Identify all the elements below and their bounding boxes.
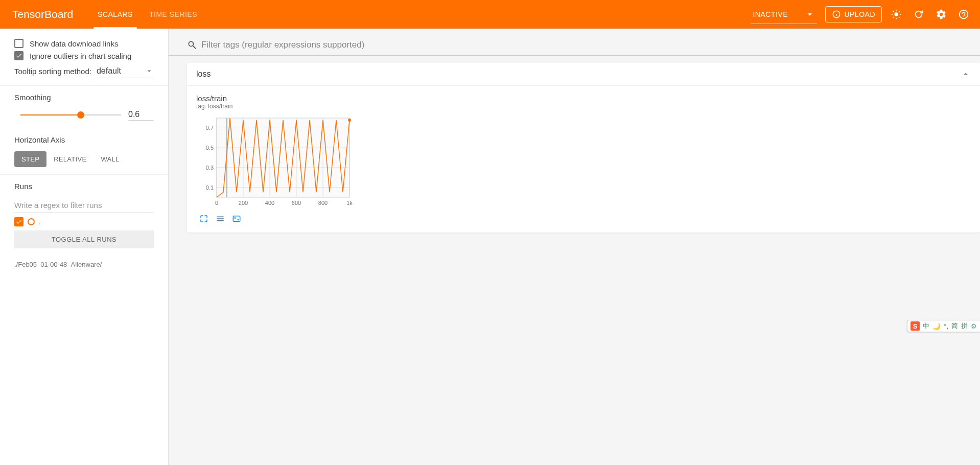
chart-title: loss/train — [196, 94, 365, 103]
svg-text:800: 800 — [318, 200, 328, 206]
ime-item: 拼 — [961, 321, 968, 331]
svg-point-33 — [238, 219, 239, 220]
expand-button[interactable] — [199, 214, 208, 223]
tooltip-sort-select[interactable]: default — [97, 64, 154, 78]
svg-text:600: 600 — [292, 200, 301, 206]
run-row[interactable]: . — [14, 213, 154, 228]
axis-option-relative[interactable]: RELATIVE — [46, 151, 94, 167]
brand: TensorBoard — [12, 8, 73, 20]
category-header[interactable]: loss — [187, 63, 980, 86]
ime-badge[interactable]: S 中 🌙 °, 简 拼 ⚙ — [907, 320, 980, 332]
tooltip-sort-label: Tooltip sorting method: — [14, 67, 91, 76]
toggle-log-button[interactable] — [216, 214, 225, 223]
search-icon — [187, 40, 197, 50]
runs-filter-input[interactable] — [14, 198, 154, 213]
fullscreen-icon — [199, 214, 208, 223]
svg-text:0: 0 — [215, 200, 218, 206]
smoothing-label: Smoothing — [14, 93, 154, 102]
app-header: TensorBoard SCALARS TIME SERIES INACTIVE… — [0, 0, 980, 29]
show-download-label: Show data download links — [30, 39, 118, 48]
help-icon — [958, 9, 969, 20]
inactive-plugins-dropdown[interactable]: INACTIVE — [751, 5, 817, 24]
run-checkbox-icon — [14, 217, 24, 226]
svg-rect-4 — [217, 118, 349, 197]
svg-text:0.1: 0.1 — [206, 184, 214, 191]
smoothing-input[interactable] — [128, 109, 154, 121]
ime-logo-icon: S — [911, 321, 920, 331]
category-title: loss — [196, 69, 211, 79]
chart-card-loss-train: loss/train tag: loss/train 0.10.30.50.70… — [196, 94, 365, 223]
gear-icon — [936, 9, 947, 20]
svg-rect-29 — [217, 218, 224, 219]
svg-text:0.7: 0.7 — [206, 125, 214, 131]
fit-domain-button[interactable] — [232, 214, 241, 223]
chevron-down-icon — [145, 66, 154, 76]
run-path: ./Feb05_01-00-48_Alienware/ — [0, 255, 168, 268]
sidebar: Show data download links Ignore outliers… — [0, 29, 169, 465]
chart-subtitle: tag: loss/train — [196, 103, 365, 110]
svg-rect-31 — [233, 216, 240, 222]
dark-mode-button[interactable] — [886, 4, 906, 25]
ignore-outliers-label: Ignore outliers in chart scaling — [30, 52, 131, 60]
settings-button[interactable] — [931, 4, 951, 25]
header-tabs: SCALARS TIME SERIES — [89, 0, 205, 29]
tooltip-sort-value: default — [97, 66, 121, 76]
checkbox-icon — [14, 39, 24, 48]
run-name: . — [39, 218, 41, 226]
chevron-up-icon — [961, 69, 971, 79]
svg-text:0.3: 0.3 — [206, 165, 214, 171]
run-color-swatch — [28, 218, 35, 225]
axis-option-wall[interactable]: WALL — [94, 151, 126, 167]
toggle-all-runs-button[interactable]: TOGGLE ALL RUNS — [14, 230, 154, 248]
line-chart-icon — [216, 214, 225, 223]
help-button[interactable] — [953, 4, 974, 25]
axis-button-group: STEP RELATIVE WALL — [14, 151, 154, 167]
tag-filter-input[interactable] — [201, 38, 976, 52]
upload-label: UPLOAD — [844, 10, 875, 18]
chart-plot[interactable]: 0.10.30.50.702004006008001k — [196, 113, 355, 210]
svg-point-32 — [235, 218, 236, 219]
brightness-icon — [891, 9, 902, 20]
ime-item: °, — [944, 322, 948, 330]
horizontal-axis-label: Horizontal Axis — [14, 135, 154, 144]
main-content: loss loss/train tag: loss/train 0.10.30.… — [169, 29, 980, 465]
svg-text:0.5: 0.5 — [206, 145, 214, 151]
svg-text:200: 200 — [239, 200, 248, 206]
refresh-icon — [913, 9, 924, 20]
ime-moon-icon: 🌙 — [932, 322, 941, 330]
ime-item: 中 — [923, 321, 929, 331]
tab-time-series[interactable]: TIME SERIES — [141, 0, 205, 29]
chart-toolbar — [196, 214, 365, 223]
svg-point-3 — [894, 12, 898, 16]
fit-icon — [232, 214, 241, 223]
axis-option-step[interactable]: STEP — [14, 151, 46, 167]
runs-label: Runs — [14, 182, 154, 191]
chevron-down-icon — [805, 9, 815, 19]
info-icon — [832, 10, 841, 19]
ime-gear-icon: ⚙ — [971, 322, 977, 330]
category-loss: loss loss/train tag: loss/train 0.10.30.… — [187, 63, 980, 232]
header-icon-group — [886, 4, 974, 25]
tab-scalars[interactable]: SCALARS — [89, 0, 141, 29]
smoothing-slider[interactable] — [20, 114, 121, 115]
ime-item: 简 — [951, 321, 958, 331]
checkbox-checked-icon — [14, 51, 24, 60]
svg-rect-28 — [217, 217, 224, 218]
ignore-outliers-checkbox[interactable]: Ignore outliers in chart scaling — [14, 51, 154, 60]
inactive-label: INACTIVE — [753, 10, 788, 18]
svg-rect-30 — [217, 220, 224, 221]
tag-filter-row — [169, 38, 980, 56]
svg-point-27 — [348, 119, 351, 122]
refresh-button[interactable] — [908, 4, 929, 25]
show-download-checkbox[interactable]: Show data download links — [14, 39, 154, 48]
svg-text:1k: 1k — [346, 200, 353, 206]
upload-button[interactable]: UPLOAD — [825, 6, 882, 22]
svg-text:400: 400 — [265, 200, 274, 206]
